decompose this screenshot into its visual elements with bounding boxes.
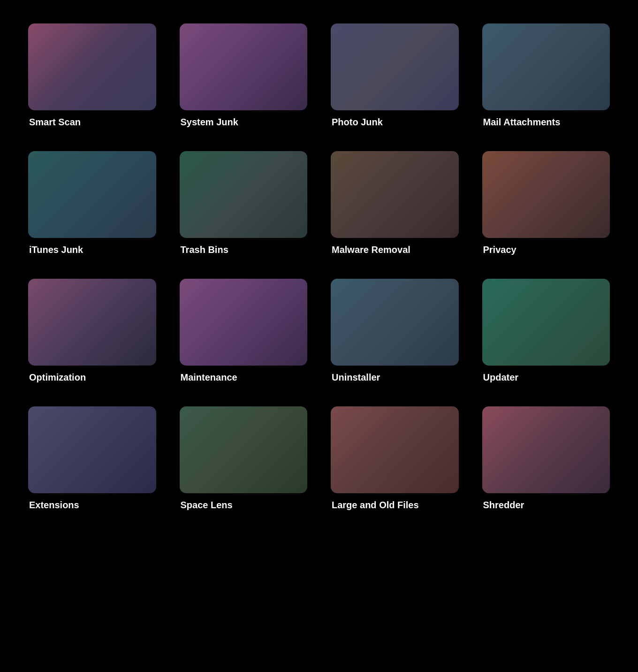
card-title-shredder: Shredder — [482, 500, 610, 511]
card-image-extensions — [28, 406, 156, 493]
card-shredder[interactable]: Shredder — [478, 402, 615, 515]
card-system-junk[interactable]: System Junk — [175, 19, 312, 132]
card-itunes-junk[interactable]: iTunes Junk — [23, 146, 161, 260]
card-image-updater — [482, 279, 610, 366]
card-optimization[interactable]: Optimization — [23, 274, 161, 388]
card-image-large-and-old-files — [331, 406, 459, 493]
card-title-updater: Updater — [482, 372, 610, 383]
card-title-itunes-junk: iTunes Junk — [28, 244, 156, 255]
card-title-uninstaller: Uninstaller — [331, 372, 459, 383]
card-title-trash-bins: Trash Bins — [180, 244, 308, 255]
card-image-trash-bins — [180, 151, 308, 238]
card-title-photo-junk: Photo Junk — [331, 117, 459, 128]
card-space-lens[interactable]: Space Lens — [175, 402, 312, 515]
card-title-smart-scan: Smart Scan — [28, 117, 156, 128]
card-maintenance[interactable]: Maintenance — [175, 274, 312, 388]
card-image-maintenance — [180, 279, 308, 366]
card-large-and-old-files[interactable]: Large and Old Files — [326, 402, 463, 515]
card-image-uninstaller — [331, 279, 459, 366]
card-image-space-lens — [180, 406, 308, 493]
card-title-maintenance: Maintenance — [180, 372, 308, 383]
card-image-shredder — [482, 406, 610, 493]
card-image-itunes-junk — [28, 151, 156, 238]
card-title-large-and-old-files: Large and Old Files — [331, 500, 459, 511]
card-title-mail-attachments: Mail Attachments — [482, 117, 610, 128]
card-image-smart-scan — [28, 23, 156, 110]
card-trash-bins[interactable]: Trash Bins — [175, 146, 312, 260]
card-image-privacy — [482, 151, 610, 238]
card-smart-scan[interactable]: Smart Scan — [23, 19, 161, 132]
card-title-space-lens: Space Lens — [180, 500, 308, 511]
card-updater[interactable]: Updater — [478, 274, 615, 388]
card-photo-junk[interactable]: Photo Junk — [326, 19, 463, 132]
card-title-optimization: Optimization — [28, 372, 156, 383]
card-extensions[interactable]: Extensions — [23, 402, 161, 515]
app-grid: Smart ScanSystem JunkPhoto JunkMail Atta… — [23, 19, 615, 515]
card-image-optimization — [28, 279, 156, 366]
card-image-mail-attachments — [482, 23, 610, 110]
card-image-malware-removal — [331, 151, 459, 238]
card-image-system-junk — [180, 23, 308, 110]
card-privacy[interactable]: Privacy — [478, 146, 615, 260]
card-title-extensions: Extensions — [28, 500, 156, 511]
card-uninstaller[interactable]: Uninstaller — [326, 274, 463, 388]
card-image-photo-junk — [331, 23, 459, 110]
card-title-system-junk: System Junk — [180, 117, 308, 128]
card-malware-removal[interactable]: Malware Removal — [326, 146, 463, 260]
card-title-privacy: Privacy — [482, 244, 610, 255]
card-title-malware-removal: Malware Removal — [331, 244, 459, 255]
card-mail-attachments[interactable]: Mail Attachments — [478, 19, 615, 132]
